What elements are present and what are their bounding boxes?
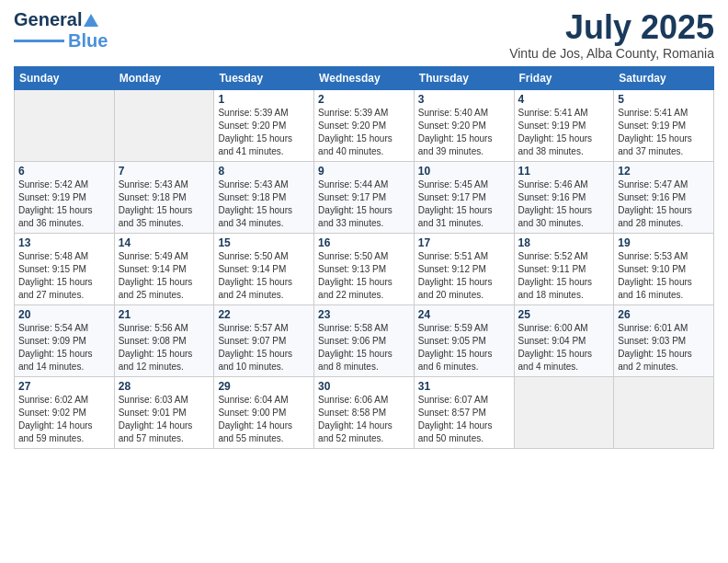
day-number: 7 [119, 165, 210, 178]
day-info: Sunrise: 5:50 AM Sunset: 9:14 PM Dayligh… [218, 250, 310, 302]
day-info: Sunrise: 5:48 AM Sunset: 9:15 PM Dayligh… [18, 250, 110, 302]
week-row-1: 1Sunrise: 5:39 AM Sunset: 9:20 PM Daylig… [15, 89, 714, 161]
day-info: Sunrise: 6:04 AM Sunset: 9:00 PM Dayligh… [218, 394, 310, 445]
day-number: 1 [218, 93, 310, 106]
day-number: 18 [518, 236, 610, 249]
day-cell: 1Sunrise: 5:39 AM Sunset: 9:20 PM Daylig… [214, 89, 314, 161]
day-cell [614, 376, 714, 448]
day-cell: 30Sunrise: 6:06 AM Sunset: 8:58 PM Dayli… [314, 376, 415, 448]
day-number: 2 [318, 93, 410, 106]
day-cell: 6Sunrise: 5:42 AM Sunset: 9:19 PM Daylig… [15, 161, 115, 233]
day-cell: 21Sunrise: 5:56 AM Sunset: 9:08 PM Dayli… [114, 304, 214, 376]
day-number: 15 [218, 236, 310, 249]
day-number: 19 [618, 236, 710, 249]
day-number: 12 [618, 165, 710, 178]
day-cell: 24Sunrise: 5:59 AM Sunset: 9:05 PM Dayli… [414, 304, 514, 376]
day-info: Sunrise: 5:59 AM Sunset: 9:05 PM Dayligh… [418, 322, 510, 373]
day-cell: 11Sunrise: 5:46 AM Sunset: 9:16 PM Dayli… [514, 161, 614, 233]
day-cell [114, 89, 214, 161]
header-tuesday: Tuesday [214, 66, 314, 89]
day-number: 17 [418, 236, 510, 249]
day-info: Sunrise: 5:47 AM Sunset: 9:16 PM Dayligh… [618, 178, 710, 230]
day-info: Sunrise: 6:02 AM Sunset: 9:02 PM Dayligh… [18, 394, 110, 445]
day-cell: 4Sunrise: 5:41 AM Sunset: 9:19 PM Daylig… [514, 89, 614, 161]
day-info: Sunrise: 5:43 AM Sunset: 9:18 PM Dayligh… [218, 178, 310, 230]
calendar-page: General Blue July 2025 Vintu de Jos, Alb… [0, 0, 728, 563]
day-cell: 16Sunrise: 5:50 AM Sunset: 9:13 PM Dayli… [314, 233, 415, 304]
week-row-3: 13Sunrise: 5:48 AM Sunset: 9:15 PM Dayli… [15, 233, 714, 304]
header-saturday: Saturday [614, 66, 714, 89]
day-info: Sunrise: 5:51 AM Sunset: 9:12 PM Dayligh… [418, 250, 510, 302]
day-info: Sunrise: 5:45 AM Sunset: 9:17 PM Dayligh… [418, 178, 510, 230]
week-row-2: 6Sunrise: 5:42 AM Sunset: 9:19 PM Daylig… [15, 161, 714, 233]
day-cell: 19Sunrise: 5:53 AM Sunset: 9:10 PM Dayli… [614, 233, 714, 304]
logo-triangle-icon [83, 12, 99, 29]
day-info: Sunrise: 5:57 AM Sunset: 9:07 PM Dayligh… [218, 322, 310, 373]
day-info: Sunrise: 5:41 AM Sunset: 9:19 PM Dayligh… [618, 107, 710, 158]
day-number: 29 [218, 380, 310, 393]
day-number: 20 [18, 308, 110, 321]
logo-general: General [14, 9, 82, 30]
day-info: Sunrise: 6:00 AM Sunset: 9:04 PM Dayligh… [518, 322, 610, 373]
day-info: Sunrise: 5:39 AM Sunset: 9:20 PM Dayligh… [318, 107, 410, 158]
calendar-table: SundayMondayTuesdayWednesdayThursdayFrid… [14, 66, 714, 449]
day-number: 31 [418, 380, 510, 393]
day-info: Sunrise: 5:43 AM Sunset: 9:18 PM Dayligh… [119, 178, 210, 230]
day-number: 30 [318, 380, 410, 393]
day-cell: 22Sunrise: 5:57 AM Sunset: 9:07 PM Dayli… [214, 304, 314, 376]
day-info: Sunrise: 5:46 AM Sunset: 9:16 PM Dayligh… [518, 178, 610, 230]
week-row-4: 20Sunrise: 5:54 AM Sunset: 9:09 PM Dayli… [15, 304, 714, 376]
header-thursday: Thursday [414, 66, 514, 89]
day-info: Sunrise: 5:53 AM Sunset: 9:10 PM Dayligh… [618, 250, 710, 302]
day-cell: 23Sunrise: 5:58 AM Sunset: 9:06 PM Dayli… [314, 304, 415, 376]
day-info: Sunrise: 5:54 AM Sunset: 9:09 PM Dayligh… [18, 322, 110, 373]
day-cell: 3Sunrise: 5:40 AM Sunset: 9:20 PM Daylig… [414, 89, 514, 161]
day-number: 5 [618, 93, 710, 106]
logo: General Blue [14, 9, 108, 52]
day-cell: 5Sunrise: 5:41 AM Sunset: 9:19 PM Daylig… [614, 89, 714, 161]
day-info: Sunrise: 5:56 AM Sunset: 9:08 PM Dayligh… [119, 322, 210, 373]
day-cell: 20Sunrise: 5:54 AM Sunset: 9:09 PM Dayli… [15, 304, 115, 376]
day-info: Sunrise: 6:07 AM Sunset: 8:57 PM Dayligh… [418, 394, 510, 445]
day-number: 21 [119, 308, 210, 321]
day-info: Sunrise: 5:42 AM Sunset: 9:19 PM Dayligh… [18, 178, 110, 230]
day-info: Sunrise: 6:03 AM Sunset: 9:01 PM Dayligh… [119, 394, 210, 445]
header: General Blue July 2025 Vintu de Jos, Alb… [14, 9, 714, 61]
location: Vintu de Jos, Alba County, Romania [509, 46, 714, 61]
day-number: 25 [518, 308, 610, 321]
day-number: 14 [119, 236, 210, 249]
month-title: July 2025 [509, 9, 714, 46]
day-number: 8 [218, 165, 310, 178]
day-number: 28 [119, 380, 210, 393]
logo-line [14, 40, 64, 42]
header-monday: Monday [114, 66, 214, 89]
day-number: 26 [618, 308, 710, 321]
day-number: 3 [418, 93, 510, 106]
day-info: Sunrise: 5:41 AM Sunset: 9:19 PM Dayligh… [518, 107, 610, 158]
day-info: Sunrise: 5:52 AM Sunset: 9:11 PM Dayligh… [518, 250, 610, 302]
day-number: 16 [318, 236, 410, 249]
day-cell: 13Sunrise: 5:48 AM Sunset: 9:15 PM Dayli… [15, 233, 115, 304]
day-cell: 27Sunrise: 6:02 AM Sunset: 9:02 PM Dayli… [15, 376, 115, 448]
day-cell: 10Sunrise: 5:45 AM Sunset: 9:17 PM Dayli… [414, 161, 514, 233]
header-sunday: Sunday [15, 66, 115, 89]
day-info: Sunrise: 5:50 AM Sunset: 9:13 PM Dayligh… [318, 250, 410, 302]
week-row-5: 27Sunrise: 6:02 AM Sunset: 9:02 PM Dayli… [15, 376, 714, 448]
day-cell: 18Sunrise: 5:52 AM Sunset: 9:11 PM Dayli… [514, 233, 614, 304]
day-cell: 9Sunrise: 5:44 AM Sunset: 9:17 PM Daylig… [314, 161, 415, 233]
header-wednesday: Wednesday [314, 66, 415, 89]
day-info: Sunrise: 5:58 AM Sunset: 9:06 PM Dayligh… [318, 322, 410, 373]
day-cell: 29Sunrise: 6:04 AM Sunset: 9:00 PM Dayli… [214, 376, 314, 448]
day-cell: 15Sunrise: 5:50 AM Sunset: 9:14 PM Dayli… [214, 233, 314, 304]
day-number: 27 [18, 380, 110, 393]
day-info: Sunrise: 5:44 AM Sunset: 9:17 PM Dayligh… [318, 178, 410, 230]
day-number: 4 [518, 93, 610, 106]
logo-blue: Blue [68, 30, 108, 52]
day-info: Sunrise: 5:49 AM Sunset: 9:14 PM Dayligh… [119, 250, 210, 302]
day-cell [15, 89, 115, 161]
day-cell: 14Sunrise: 5:49 AM Sunset: 9:14 PM Dayli… [114, 233, 214, 304]
day-number: 6 [18, 165, 110, 178]
day-cell: 17Sunrise: 5:51 AM Sunset: 9:12 PM Dayli… [414, 233, 514, 304]
title-area: July 2025 Vintu de Jos, Alba County, Rom… [509, 9, 714, 61]
day-number: 9 [318, 165, 410, 178]
